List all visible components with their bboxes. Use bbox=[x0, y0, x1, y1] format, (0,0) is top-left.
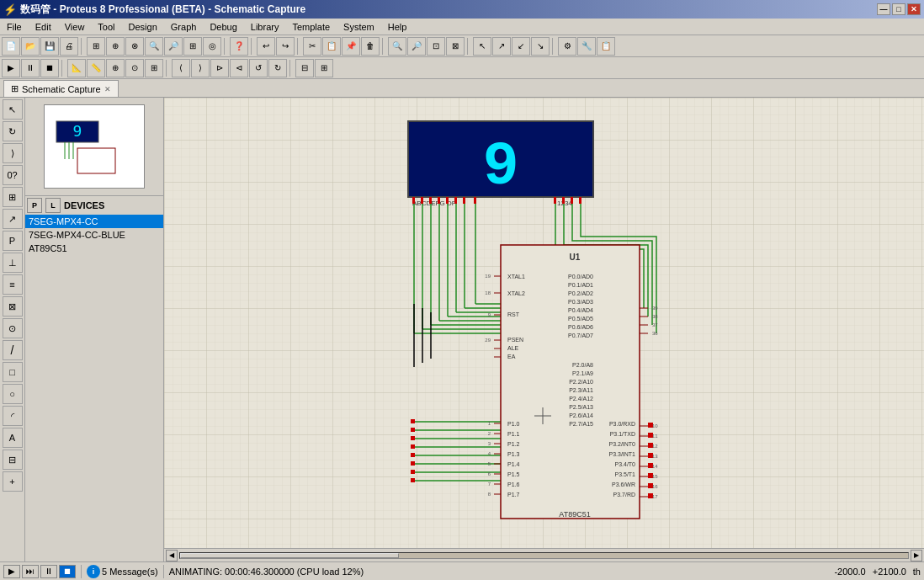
tab-close-icon[interactable]: ✕ bbox=[104, 85, 111, 93]
tb2-r7[interactable]: ⊙ bbox=[125, 59, 144, 77]
tb2-r6[interactable]: ⊕ bbox=[106, 59, 125, 77]
tb-grid[interactable]: ⊞ bbox=[87, 37, 105, 56]
tb2-r8[interactable]: ⊞ bbox=[145, 59, 163, 77]
tool-port[interactable]: ≡ bbox=[3, 274, 23, 295]
tool-label[interactable]: 0? bbox=[3, 165, 23, 185]
tb2-r9[interactable]: ⟨ bbox=[172, 59, 190, 77]
menu-graph[interactable]: Graph bbox=[164, 20, 204, 34]
tool-bus[interactable]: ⊞ bbox=[3, 187, 23, 207]
tb-sel4[interactable]: ↘ bbox=[531, 37, 550, 56]
tb2-r13[interactable]: ↺ bbox=[249, 59, 268, 77]
menu-help[interactable]: Help bbox=[381, 20, 414, 34]
hscroll-thumb[interactable] bbox=[180, 553, 399, 558]
tb-help[interactable]: ❓ bbox=[230, 37, 248, 56]
canvas-area[interactable]: 9 ABCDEFG DP 1234 bbox=[164, 98, 924, 561]
tb2-r2[interactable]: ⏸ bbox=[21, 59, 40, 77]
titlebar-controls[interactable]: — □ ✕ bbox=[877, 3, 921, 15]
tool-arc[interactable]: ◜ bbox=[3, 406, 23, 426]
tab-schematic[interactable]: ⊞ Schematic Capture ✕ bbox=[3, 80, 119, 97]
tb-save[interactable]: 💾 bbox=[40, 37, 59, 56]
menu-file[interactable]: File bbox=[0, 20, 29, 34]
tb-zoom3[interactable]: ⊡ bbox=[427, 37, 445, 56]
tb-undo[interactable]: ↩ bbox=[257, 37, 275, 56]
tool-circle[interactable]: ○ bbox=[3, 384, 23, 404]
devices-l-btn[interactable]: L bbox=[45, 198, 61, 213]
menu-edit[interactable]: Edit bbox=[29, 20, 58, 34]
rnum-p3-7: 16 bbox=[652, 484, 658, 489]
tb-prop3[interactable]: 📋 bbox=[597, 37, 615, 56]
tb-zoomout[interactable]: 🔎 bbox=[164, 37, 183, 56]
tool-sym[interactable]: ⊟ bbox=[3, 450, 23, 470]
tool-hier[interactable]: ⊠ bbox=[3, 296, 23, 317]
tb-zoom4[interactable]: ⊠ bbox=[446, 37, 465, 56]
tool-junction[interactable]: ↗ bbox=[3, 209, 23, 229]
tool-text[interactable]: A bbox=[3, 428, 23, 448]
tb-sel2[interactable]: ↗ bbox=[492, 37, 511, 56]
menu-tool[interactable]: Tool bbox=[91, 20, 121, 34]
tb-prop1[interactable]: ⚙ bbox=[558, 37, 576, 56]
tb-open[interactable]: 📂 bbox=[21, 37, 40, 56]
status-stop-btn[interactable]: ⏹ bbox=[59, 565, 76, 578]
tb-zoomin[interactable]: 🔍 bbox=[145, 37, 163, 56]
tb2-r16[interactable]: ⊞ bbox=[315, 59, 333, 77]
tb-zoom2[interactable]: 🔎 bbox=[407, 37, 426, 56]
tb-sel3[interactable]: ↙ bbox=[512, 37, 530, 56]
device-item-7seg-mpx4-cc[interactable]: 7SEG-MPX4-CC bbox=[25, 215, 163, 228]
statusbar: ▶ ⏭ ⏸ ⏹ i 5 Message(s) ANIMATING: 00:00:… bbox=[0, 561, 924, 580]
tb2-r1[interactable]: ▶ bbox=[2, 59, 20, 77]
close-button[interactable]: ✕ bbox=[907, 3, 921, 15]
tool-wire[interactable]: ⟩ bbox=[3, 143, 23, 163]
hscroll-track[interactable] bbox=[179, 552, 909, 559]
tb-prop2[interactable]: 🔧 bbox=[577, 37, 596, 56]
tb-cut[interactable]: ✂ bbox=[303, 37, 321, 56]
tb-redo[interactable]: ↪ bbox=[276, 37, 295, 56]
tb-print[interactable]: 🖨 bbox=[60, 37, 78, 56]
tb2-r14[interactable]: ↻ bbox=[268, 59, 287, 77]
tool-add[interactable]: + bbox=[3, 471, 23, 492]
tb-origin[interactable]: ⊕ bbox=[106, 37, 125, 56]
tool-select[interactable]: ↖ bbox=[3, 99, 23, 120]
tb2-r5[interactable]: 📏 bbox=[87, 59, 105, 77]
tb-zoom1[interactable]: 🔍 bbox=[388, 37, 406, 56]
status-pause-btn[interactable]: ⏸ bbox=[40, 565, 57, 578]
devices-p-btn[interactable]: P bbox=[27, 198, 42, 213]
tb2-r10[interactable]: ⟩ bbox=[191, 59, 210, 77]
menu-design[interactable]: Design bbox=[122, 20, 164, 34]
chip-rpin-p0ad7: P0.7/AD7 bbox=[568, 333, 593, 338]
menu-template[interactable]: Template bbox=[285, 20, 337, 34]
tb2-r12[interactable]: ⊲ bbox=[230, 59, 248, 77]
tb-new[interactable]: 📄 bbox=[2, 37, 20, 56]
tb2-r3[interactable]: ⏹ bbox=[40, 59, 59, 77]
seg-pin-5 bbox=[446, 197, 449, 204]
tb-paste[interactable]: 📌 bbox=[342, 37, 360, 56]
status-step-btn[interactable]: ⏭ bbox=[22, 565, 39, 578]
scroll-left-btn[interactable]: ◀ bbox=[166, 550, 178, 561]
menu-system[interactable]: System bbox=[337, 20, 381, 34]
tool-ground[interactable]: ⊥ bbox=[3, 253, 23, 273]
tool-rect[interactable]: □ bbox=[3, 362, 23, 382]
device-item-7seg-mpx4-cc-blue[interactable]: 7SEG-MPX4-CC-BLUE bbox=[25, 228, 163, 242]
tb-sel1[interactable]: ↖ bbox=[473, 37, 491, 56]
tool-line[interactable]: / bbox=[3, 340, 23, 360]
tb2-r15[interactable]: ⊟ bbox=[295, 59, 314, 77]
tb-delete[interactable]: 🗑 bbox=[361, 37, 380, 56]
menu-debug[interactable]: Debug bbox=[203, 20, 243, 34]
tool-power[interactable]: P bbox=[3, 231, 23, 251]
seg-pin-7 bbox=[463, 197, 465, 204]
tool-probe[interactable]: ⊙ bbox=[3, 318, 23, 338]
tb2-r4[interactable]: 📐 bbox=[67, 59, 86, 77]
menu-library[interactable]: Library bbox=[244, 20, 286, 34]
tool-rotate[interactable]: ↻ bbox=[3, 121, 23, 141]
schematic-svg: 9 ABCDEFG DP 1234 bbox=[164, 98, 924, 561]
tb-zoomfit[interactable]: ⊞ bbox=[183, 37, 202, 56]
tb-zoomall[interactable]: ◎ bbox=[203, 37, 221, 56]
device-item-at89c51[interactable]: AT89C51 bbox=[25, 242, 163, 255]
tb-copy[interactable]: 📋 bbox=[322, 37, 341, 56]
status-play-btn[interactable]: ▶ bbox=[3, 565, 20, 578]
scroll-right-btn[interactable]: ▶ bbox=[911, 550, 922, 561]
maximize-button[interactable]: □ bbox=[892, 3, 905, 15]
tb-snap[interactable]: ⊗ bbox=[125, 37, 144, 56]
menu-view[interactable]: View bbox=[58, 20, 92, 34]
minimize-button[interactable]: — bbox=[877, 3, 890, 15]
tb2-r11[interactable]: ⊳ bbox=[210, 59, 229, 77]
